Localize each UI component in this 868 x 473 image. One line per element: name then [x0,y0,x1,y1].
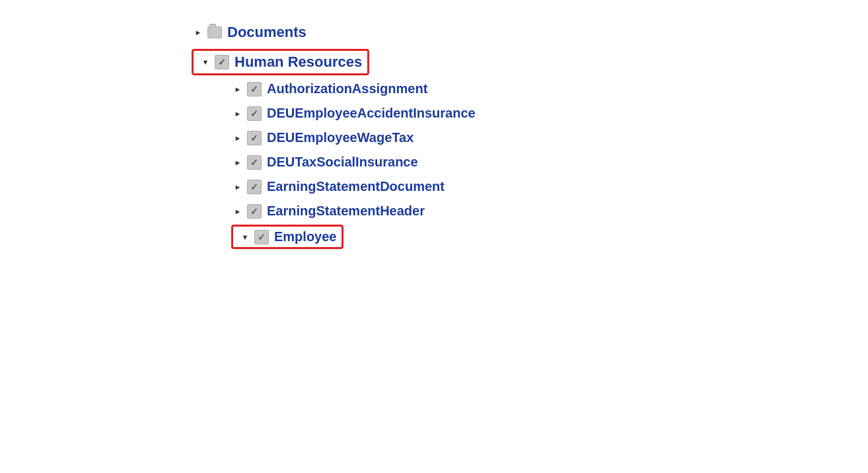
human-resources-label: Human Resources [235,54,362,71]
documents-row[interactable]: ► Documents [192,20,476,45]
employee-item[interactable]: ▼ Employee [233,227,342,247]
employee-arrow: ▼ [238,231,252,244]
deu-employee-accident-insurance-arrow: ► [231,107,244,120]
employee-checkbox[interactable] [254,230,269,244]
employee-highlight: ▼ Employee [231,225,344,249]
deu-employee-wage-tax-item[interactable]: ► DEUEmployeeWageTax [231,126,476,150]
earning-statement-header-checkbox[interactable] [247,204,262,219]
deu-employee-accident-insurance-item[interactable]: ► DEUEmployeeAccidentInsurance [231,101,476,126]
deu-employee-wage-tax-checkbox[interactable] [247,131,262,145]
tree-container: ► Documents ▼ Human Resources ► Authoriz… [192,20,476,250]
deu-employee-accident-insurance-checkbox[interactable] [247,106,262,121]
deu-employee-accident-insurance-label: DEUEmployeeAccidentInsurance [267,106,476,121]
human-resources-item[interactable]: ▼ Human Resources [194,51,367,73]
authorization-assignment-arrow: ► [231,83,244,96]
earning-statement-document-item[interactable]: ► EarningStatementDocument [231,174,476,199]
employee-label: Employee [274,229,336,244]
earning-statement-document-checkbox[interactable] [247,180,262,194]
deu-tax-social-insurance-checkbox[interactable] [247,155,262,170]
human-resources-arrow: ▼ [199,55,212,69]
human-resources-children: ► AuthorizationAssignment ► DEUEmployeeA… [192,77,476,250]
authorization-assignment-label: AuthorizationAssignment [267,81,427,96]
documents-label: Documents [227,24,307,41]
deu-employee-wage-tax-label: DEUEmployeeWageTax [267,130,414,145]
earning-statement-document-label: EarningStatementDocument [267,179,445,194]
earning-statement-header-label: EarningStatementHeader [267,203,425,219]
deu-tax-social-insurance-arrow: ► [231,156,244,169]
deu-tax-social-insurance-label: DEUTaxSocialInsurance [267,155,418,170]
authorization-assignment-checkbox[interactable] [247,82,262,96]
earning-statement-header-item[interactable]: ► EarningStatementHeader [231,199,476,223]
earning-statement-header-arrow: ► [231,205,244,218]
deu-tax-social-insurance-item[interactable]: ► DEUTaxSocialInsurance [231,150,476,174]
human-resources-highlight: ▼ Human Resources [192,49,369,75]
documents-arrow: ► [192,26,205,39]
human-resources-checkbox[interactable] [215,55,229,69]
earning-statement-document-arrow: ► [231,180,244,194]
deu-employee-wage-tax-arrow: ► [231,131,244,145]
authorization-assignment-item[interactable]: ► AuthorizationAssignment [231,77,476,101]
documents-folder-icon [207,26,222,38]
